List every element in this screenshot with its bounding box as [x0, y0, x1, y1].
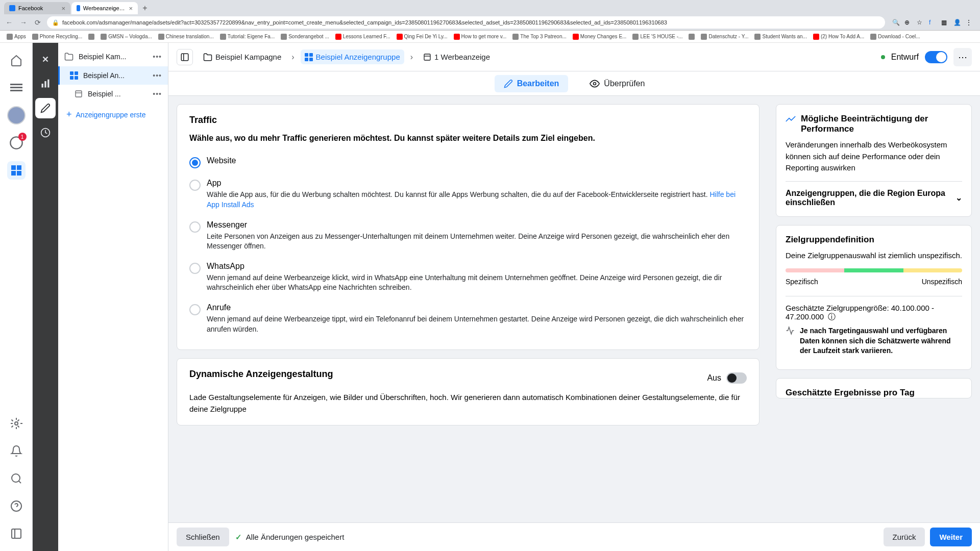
expand-row[interactable]: Anzeigengruppen, die die Region Europa e… [786, 181, 962, 207]
settings-icon[interactable] [7, 414, 26, 433]
reload-button[interactable]: ⟳ [33, 17, 43, 28]
bookmark[interactable]: GMSN – Vologda... [98, 33, 155, 41]
avatar[interactable] [7, 106, 26, 124]
tree-adset[interactable]: Beispiel An... ••• [58, 66, 168, 85]
status-label: Entwurf [891, 53, 919, 62]
breadcrumb-ad[interactable]: 1 Werbeanzeige [419, 49, 494, 64]
breadcrumb-campaign[interactable]: Beispiel Kampagne [199, 49, 285, 65]
more-menu-button[interactable]: ⋯ [953, 48, 972, 66]
youtube-icon [397, 34, 403, 40]
estimate-note: Je nach Targetingauswahl und verfügbaren… [786, 322, 962, 360]
bookmark[interactable]: Tutorial: Eigene Fa... [217, 33, 277, 41]
bookmark[interactable]: The Top 3 Patreon... [510, 33, 569, 41]
panel-toggle-icon[interactable] [177, 49, 193, 65]
tab-bar: Facebook × Werbeanzeigenmanager - We × + [0, 0, 980, 14]
bookmark[interactable]: Money Changes E... [570, 33, 629, 41]
radio-app[interactable]: App Wähle die App aus, für die du Werbun… [189, 173, 747, 215]
extension-icon[interactable]: ▦ [941, 19, 948, 26]
audience-title: Zielgruppendefinition [786, 235, 962, 245]
radio-input[interactable] [189, 180, 201, 191]
home-icon[interactable] [7, 51, 26, 69]
svg-rect-24 [424, 54, 430, 60]
url-input[interactable]: 🔒 facebook.com/adsmanager/manage/adsets/… [47, 16, 885, 29]
menu-icon[interactable] [7, 79, 26, 97]
breadcrumb-label: 1 Werbeanzeige [434, 53, 490, 61]
profile-icon[interactable]: 👤 [953, 19, 961, 26]
menu-icon[interactable]: ⋮ [966, 19, 973, 26]
collapse-icon[interactable] [7, 524, 26, 543]
cookie-icon[interactable]: 1 [7, 134, 26, 152]
browser-tab-active[interactable]: Werbeanzeigenmanager - We × [71, 2, 138, 14]
more-icon[interactable]: ••• [153, 90, 162, 98]
back-button[interactable]: Zurück [884, 528, 925, 546]
breadcrumb-adset[interactable]: Beispiel Anzeigengruppe [301, 49, 404, 64]
chart-icon[interactable] [35, 73, 56, 94]
radio-label: App [207, 179, 747, 188]
panel-column [33, 43, 58, 551]
history-icon[interactable] [35, 122, 56, 143]
radio-input[interactable] [189, 157, 201, 168]
more-icon[interactable]: ••• [153, 53, 162, 61]
help-icon[interactable] [7, 497, 26, 515]
tree-campaign[interactable]: Beispiel Kam... ••• [58, 47, 168, 66]
back-button[interactable]: ← [4, 17, 14, 28]
bookmark[interactable] [686, 33, 697, 41]
star-icon[interactable]: ☆ [917, 19, 924, 26]
bookmark[interactable] [86, 33, 97, 41]
more-icon[interactable]: ••• [153, 71, 162, 80]
tree-ad[interactable]: Beispiel ... ••• [58, 85, 168, 103]
bookmark[interactable]: Chinese translation... [156, 33, 216, 41]
close-panel-button[interactable] [35, 49, 56, 69]
close-button[interactable]: Schließen [177, 528, 229, 546]
bookmark[interactable]: How to get more v... [451, 33, 509, 41]
tab-review[interactable]: Überprüfen [580, 74, 654, 93]
search-icon[interactable] [7, 469, 26, 488]
bookmark[interactable]: Download - Coel... [868, 33, 922, 41]
bookmark[interactable]: Datenschutz - Y... [698, 33, 751, 41]
radio-description: Wenn jemand auf deine Werbeanzeige tippt… [207, 314, 747, 334]
bookmark[interactable]: Phone Recycling... [30, 33, 85, 41]
bookmark[interactable]: Apps [4, 33, 29, 41]
radio-website[interactable]: Website [189, 151, 747, 173]
bell-icon[interactable] [7, 442, 26, 460]
close-icon[interactable]: × [129, 5, 133, 12]
ads-manager-icon[interactable] [7, 161, 26, 180]
radio-description: Leite Personen von Anzeigen aus zu Messe… [207, 232, 747, 252]
create-adset-button[interactable]: + Anzeigengruppe erste [58, 103, 168, 126]
bookmark[interactable]: Qing Fei De Yi Ly... [394, 33, 450, 41]
active-toggle[interactable] [925, 51, 947, 63]
dynamic-toggle[interactable] [726, 372, 747, 384]
radio-input[interactable] [189, 263, 201, 274]
radio-messenger[interactable]: Messenger Leite Personen von Anzeigen au… [189, 215, 747, 257]
browser-tab[interactable]: Facebook × [4, 2, 70, 14]
bookmark[interactable]: Lessons Learned F... [333, 33, 393, 41]
radio-whatsapp[interactable]: WhatsApp Wenn jemand auf deine Werbeanze… [189, 257, 747, 298]
bookmark[interactable]: Student Wants an... [752, 33, 809, 41]
tree-label: Beispiel ... [88, 90, 121, 98]
campaign-tree: Beispiel Kam... ••• Beispiel An... ••• B… [58, 43, 168, 551]
audience-card: Zielgruppendefinition Deine Zielgruppena… [776, 225, 972, 370]
tab-edit[interactable]: Bearbeiten [495, 75, 569, 92]
radio-input[interactable] [189, 304, 201, 315]
info-icon[interactable]: ⓘ [828, 312, 836, 321]
zoom-icon[interactable]: 🔍 [892, 19, 899, 26]
svg-line-10 [18, 481, 20, 483]
traffic-title: Traffic [189, 115, 747, 126]
facebook-icon[interactable]: f [929, 19, 936, 26]
new-tab-button[interactable]: + [139, 2, 151, 14]
bookmark[interactable]: Sonderangebot ... [278, 33, 332, 41]
forward-button[interactable]: → [18, 17, 29, 28]
radio-label: Website [207, 156, 236, 165]
radio-calls[interactable]: Anrufe Wenn jemand auf deine Werbeanzeig… [189, 298, 747, 339]
close-icon[interactable]: × [61, 5, 65, 12]
next-button[interactable]: Weiter [930, 528, 972, 546]
youtube-icon [335, 34, 341, 40]
bookmark[interactable]: LEE 'S HOUSE -... [630, 33, 685, 41]
shield-icon[interactable]: ⊕ [904, 19, 912, 26]
bookmark-icon [754, 34, 761, 40]
bookmark[interactable]: (2) How To Add A... [811, 33, 867, 41]
svg-rect-22 [181, 54, 188, 61]
edit-icon[interactable] [35, 98, 56, 118]
radio-input[interactable] [189, 221, 201, 233]
browser-chrome: Facebook × Werbeanzeigenmanager - We × +… [0, 0, 980, 31]
